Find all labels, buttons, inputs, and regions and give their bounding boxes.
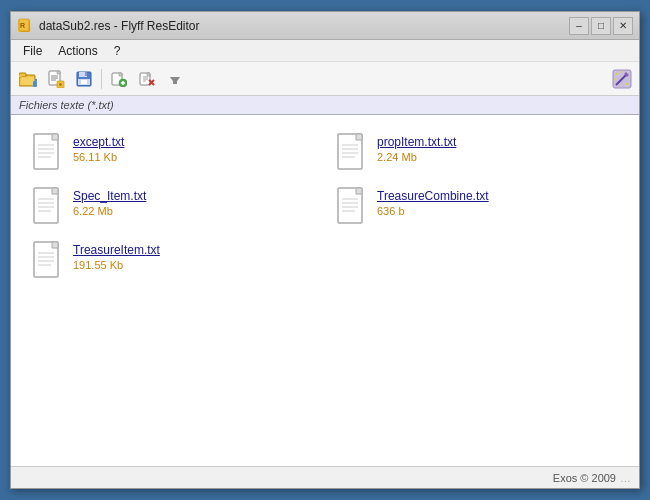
file-name: TreasureCombine.txt [377, 189, 489, 203]
add-button[interactable] [106, 66, 132, 92]
toolbar-separator-1 [101, 69, 102, 89]
menu-help[interactable]: ? [106, 42, 129, 60]
file-icon [337, 133, 369, 171]
delete-button[interactable] [134, 66, 160, 92]
main-window: R dataSub2.res - Flyff ResEditor – □ ✕ F… [10, 11, 640, 489]
file-item[interactable]: TreasureItem.txt 191.55 Kb [21, 233, 325, 287]
svg-rect-21 [81, 80, 87, 84]
file-size: 2.24 Mb [377, 151, 456, 163]
svg-point-40 [621, 71, 623, 73]
file-size: 6.22 Mb [73, 205, 146, 217]
file-size: 56.11 Kb [73, 151, 124, 163]
title-bar: R dataSub2.res - Flyff ResEditor – □ ✕ [11, 12, 639, 40]
status-bar: Exos © 2009 … [11, 466, 639, 488]
svg-point-39 [614, 78, 616, 80]
svg-rect-6 [21, 77, 34, 85]
file-name: except.txt [73, 135, 124, 149]
file-list: except.txt 56.11 Kb propItem.txt.txt 2.2… [11, 115, 639, 466]
file-icon [33, 187, 65, 225]
file-name: Spec_Item.txt [73, 189, 146, 203]
file-info: except.txt 56.11 Kb [73, 133, 124, 163]
file-size: 191.55 Kb [73, 259, 160, 271]
open-file-button[interactable] [43, 66, 69, 92]
file-size: 636 b [377, 205, 489, 217]
status-text: Exos © 2009 [553, 472, 616, 484]
file-icon [337, 187, 369, 225]
save-button[interactable] [71, 66, 97, 92]
file-name: TreasureItem.txt [73, 243, 160, 257]
file-name: propItem.txt.txt [377, 135, 456, 149]
file-item[interactable]: TreasureCombine.txt 636 b [325, 179, 629, 233]
file-info: TreasureCombine.txt 636 b [377, 187, 489, 217]
maximize-button[interactable]: □ [591, 17, 611, 35]
file-item[interactable]: propItem.txt.txt 2.24 Mb [325, 125, 629, 179]
svg-rect-8 [33, 81, 37, 87]
menu-bar: File Actions ? [11, 40, 639, 62]
menu-actions[interactable]: Actions [50, 42, 105, 60]
svg-point-38 [626, 83, 628, 85]
section-header: Fichiers texte (*.txt) [11, 96, 639, 115]
app-icon: R [17, 18, 33, 34]
file-item[interactable]: Spec_Item.txt 6.22 Mb [21, 179, 325, 233]
svg-rect-9 [35, 79, 37, 81]
svg-rect-33 [173, 81, 177, 84]
move-down-button[interactable] [162, 66, 188, 92]
file-info: propItem.txt.txt 2.24 Mb [377, 133, 456, 163]
special-button[interactable] [609, 66, 635, 92]
file-icon [33, 241, 65, 279]
minimize-button[interactable]: – [569, 17, 589, 35]
file-item[interactable]: except.txt 56.11 Kb [21, 125, 325, 179]
window-controls: – □ ✕ [569, 17, 633, 35]
file-icon [33, 133, 65, 171]
open-folder-button[interactable] [15, 66, 41, 92]
svg-rect-7 [19, 75, 21, 77]
svg-text:R: R [20, 22, 25, 29]
file-info: TreasureItem.txt 191.55 Kb [73, 241, 160, 271]
svg-point-37 [616, 73, 618, 75]
file-info: Spec_Item.txt 6.22 Mb [73, 187, 146, 217]
toolbar [11, 62, 639, 96]
window-title: dataSub2.res - Flyff ResEditor [39, 19, 569, 33]
close-button[interactable]: ✕ [613, 17, 633, 35]
svg-rect-19 [85, 72, 87, 76]
menu-file[interactable]: File [15, 42, 50, 60]
